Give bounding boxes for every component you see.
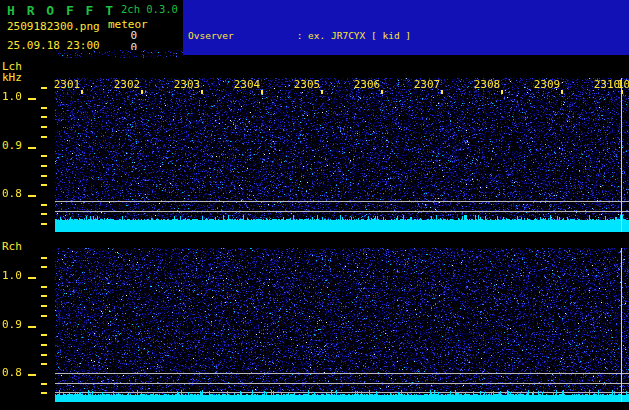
rch-freq-label: 0.9 [2,319,28,331]
rch-freq-label: 1.0 [2,270,28,282]
rch-axis-label: Rch [2,241,22,252]
lch-freq-minor-tick [41,116,47,118]
time-label: 2304 [232,79,262,90]
rch-freq-minor-tick [41,383,47,385]
meteor-count-label: meteor [108,19,148,30]
rch-freq-minor-tick [41,392,47,394]
time-label: 2306 [352,79,382,90]
rch-freq-major-tick [28,277,36,279]
time-tick [501,90,503,94]
rch-freq-minor-tick [41,363,47,365]
observer-info-panel: Ovserver : ex. JR7CYX [ kid ] Receiving … [183,0,629,55]
lch-freq-major-tick [28,195,36,197]
rch-freq-minor-tick [41,286,47,288]
app-version: 2ch 0.3.0 [121,4,178,15]
rch-freq-minor-tick [41,295,47,297]
meteor-count-lch: 0 [100,30,137,41]
rch-freq-minor-tick [41,354,47,356]
time-tick [261,90,263,94]
hrofft-screen: H R O F F T 2ch 0.3.0 2509182300.png met… [0,0,629,410]
lch-spectrogram-canvas [55,78,629,232]
rch-freq-major-tick [28,374,36,376]
lch-freq-minor-tick [41,175,47,177]
time-tick [441,90,443,94]
rch-spectrogram-canvas [55,248,629,402]
rch-freq-minor-tick [41,257,47,259]
rch-freq-minor-tick [41,266,47,268]
lch-freq-minor-tick [41,107,47,109]
lch-freq-label: 1.0 [2,91,28,103]
time-label: 2305 [292,79,322,90]
rch-freq-minor-tick [41,334,47,336]
time-tick [141,90,143,94]
lch-spectrogram-top-strip [55,50,183,58]
lch-axis-unit: kHz [2,72,22,83]
time-tick [201,90,203,94]
time-label: 2303 [172,79,202,90]
lch-freq-minor-tick [41,204,47,206]
time-label: 2307 [412,79,442,90]
app-title: H R O F F T [7,3,115,18]
lch-freq-major-tick [28,147,36,149]
rch-freq-minor-tick [41,305,47,307]
lch-freq-minor-tick [41,126,47,128]
lch-freq-minor-tick [41,87,47,89]
lch-freq-label: 0.8 [2,188,28,200]
time-tick [561,90,563,94]
time-tick [381,90,383,94]
rch-freq-major-tick [28,326,36,328]
lch-freq-minor-tick [41,136,47,138]
time-label-overflow: 10 [617,79,629,90]
lch-freq-minor-tick [41,184,47,186]
time-label: 2301 [52,79,82,90]
lch-freq-minor-tick [41,165,47,167]
file-name: 2509182300.png [7,21,100,32]
lch-freq-label: 0.9 [2,140,28,152]
time-label: 2309 [532,79,562,90]
lch-freq-minor-tick [41,155,47,157]
lch-freq-minor-tick [41,223,47,225]
time-tick [321,90,323,94]
rch-freq-minor-tick [41,344,47,346]
rch-freq-label: 0.8 [2,367,28,379]
time-label: 2302 [112,79,142,90]
time-tick [81,90,83,94]
rch-freq-minor-tick [41,315,47,317]
lch-freq-major-tick [28,98,36,100]
lch-freq-minor-tick [41,213,47,215]
observer-line: Ovserver : ex. JR7CYX [ kid ] [188,29,629,42]
time-label: 2308 [472,79,502,90]
